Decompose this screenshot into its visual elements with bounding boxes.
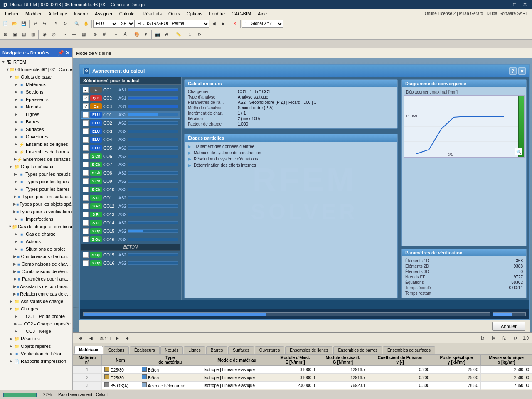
selection-item-7[interactable]: ELUCO5AS2: [81, 144, 180, 152]
menu-resultats[interactable]: Résultats: [139, 10, 165, 17]
nav-pin-btn[interactable]: 📌: [58, 50, 64, 56]
calc-btn[interactable]: ✕: [230, 19, 239, 28]
dialog-title-buttons[interactable]: ? ✕: [509, 67, 526, 75]
selection-item-3[interactable]: ELUCO1AS2: [81, 111, 180, 119]
nav-materiaux[interactable]: ▶ ■ Matériaux: [0, 81, 72, 88]
screenshot-btn[interactable]: 📷: [153, 30, 162, 39]
next-btn[interactable]: ▶: [219, 19, 228, 28]
save-btn[interactable]: 💾: [19, 19, 28, 28]
grid-btn[interactable]: #: [100, 30, 109, 39]
nav-types-verif[interactable]: ▶ ■ Types pour la vérification d...: [0, 208, 72, 215]
zoom-btn[interactable]: 🔍: [72, 19, 81, 28]
node-btn[interactable]: •: [61, 30, 70, 39]
render-btn[interactable]: ◉: [40, 30, 49, 39]
nav-assistants-comb[interactable]: ▶ ■ Assistants de combinai...: [0, 283, 72, 290]
undo-btn[interactable]: ↩: [31, 19, 40, 28]
selection-item-1[interactable]: ✓Q|BCC2AS1: [81, 94, 180, 102]
nav-lignes[interactable]: ▶ — Lignes: [0, 111, 72, 118]
nav-surfaces[interactable]: ▶ ■ Surfaces: [0, 126, 72, 133]
nav-cas-de-charge[interactable]: ▶ ■ Cas de charge: [0, 230, 72, 238]
nav-ens-lignes[interactable]: ▶ ⚡ Ensembles de lignes: [0, 140, 72, 148]
selection-item-8[interactable]: S ChCO6AS2: [81, 152, 180, 160]
nav-ens-barres[interactable]: ▶ ⚡ Ensembles de barres: [0, 148, 72, 155]
menu-calculer[interactable]: Calculer: [116, 10, 139, 17]
nav-cc2[interactable]: ▶ — CC2 - Charge imposée: [0, 320, 72, 328]
window-controls[interactable]: — □ ✕: [500, 2, 529, 7]
nav-cas-charge[interactable]: ▼ 📁 Cas de charge et combinai...: [0, 223, 72, 230]
open-btn[interactable]: 📂: [10, 19, 19, 28]
redo-btn[interactable]: ↪: [40, 19, 49, 28]
nav-cc3[interactable]: ▶ — CC3 - Neige: [0, 328, 72, 335]
settings-btn[interactable]: ⚙: [195, 30, 204, 39]
nav-actions[interactable]: ▶ ■ Actions: [0, 238, 72, 245]
nav-params-analyse[interactable]: ▶ ■ Paramètres pour l'ana...: [0, 275, 72, 283]
page-last-btn[interactable]: ⏭: [123, 334, 132, 343]
table-row[interactable]: 3 B500S(A) Acier de béton armé Isotrope …: [73, 382, 532, 389]
nav-objets-speciaux[interactable]: ▶ 📁 Objets spéciaux: [0, 163, 72, 170]
bar-btn[interactable]: —: [70, 30, 79, 39]
selection-item-5[interactable]: ELUCO3AS2: [81, 127, 180, 135]
tab-ens-surfaces[interactable]: Ensembles de surfaces: [383, 346, 435, 354]
menu-options[interactable]: Options: [183, 10, 206, 17]
select-btn[interactable]: ↖: [52, 19, 61, 28]
formula-icon[interactable]: fx: [478, 334, 487, 343]
nav-project[interactable]: ▼ 📁 06 Immeuble.rf6* | 02 - Concrete Des…: [0, 66, 72, 73]
tab-surfaces[interactable]: Surfaces: [228, 346, 254, 354]
selection-item-17[interactable]: S OpCO15AS2: [81, 227, 180, 235]
selection-list[interactable]: ✓GCC1AS1✓Q|BCC2AS1✓QsCC3AS1ELUCO1AS2ELUC…: [80, 85, 181, 300]
menu-aide[interactable]: Aide: [254, 10, 270, 17]
nav-types-surfaces[interactable]: ▶ ■ Types pour les surfaces: [0, 193, 72, 200]
nav-types-noeuds[interactable]: ▶ ■ Types pour les nœuds: [0, 170, 72, 178]
minimize-btn[interactable]: —: [500, 2, 508, 7]
page-first-btn[interactable]: ⏮: [76, 334, 85, 343]
nav-barres[interactable]: ▶ ■ Barres: [0, 118, 72, 126]
snap-btn[interactable]: ⊕: [91, 30, 100, 39]
pan-btn[interactable]: ✋: [81, 19, 91, 28]
tab-sections[interactable]: Sections: [104, 346, 129, 354]
nav-combinaisons-charge[interactable]: ▶ ■ Combinaisons de char...: [0, 260, 72, 268]
color-btn[interactable]: 🎨: [132, 30, 141, 39]
nav-resultats[interactable]: ▶ 📁 Résultats: [0, 335, 72, 342]
rotate-btn[interactable]: ↻: [61, 19, 70, 28]
selection-item-0[interactable]: ✓GCC1AS1: [81, 86, 180, 94]
nav-combinaisons-action[interactable]: ▶ ■ Combinaisons d'action...: [0, 253, 72, 260]
nav-cc1[interactable]: ▶ — CC1 - Poids propre: [0, 313, 72, 320]
page-next-btn[interactable]: ▶: [113, 334, 122, 343]
nav-rapports[interactable]: ▶ 📄 Rapports d'impression: [0, 357, 72, 365]
view-top-btn[interactable]: ▥: [28, 30, 37, 39]
menu-affichage[interactable]: Affichage: [45, 10, 71, 17]
table-settings-btn[interactable]: ⚙: [510, 334, 520, 343]
selection-item-10[interactable]: S ChCO8AS2: [81, 169, 180, 177]
selection-item-6[interactable]: ELUCO4AS2: [81, 135, 180, 144]
menu-fichier[interactable]: Fichier: [2, 10, 22, 17]
nav-sections[interactable]: ▶ ■ Sections: [0, 88, 72, 96]
nav-close-btn[interactable]: ✕: [66, 50, 70, 56]
selection-item-18[interactable]: S OpCO16AS2: [81, 235, 180, 244]
selection-item-11[interactable]: S ChCO9AS2: [81, 177, 180, 185]
nav-header-buttons[interactable]: 📌 ✕: [58, 50, 70, 56]
view-combo[interactable]: 1 - Global XYZ: [242, 20, 283, 28]
selection-item-4[interactable]: ELUCO2AS2: [81, 119, 180, 127]
tab-ens-lignes[interactable]: Ensembles de lignes: [285, 346, 332, 354]
dialog-help-btn[interactable]: ?: [509, 67, 517, 75]
dialog-close-btn[interactable]: ✕: [518, 67, 526, 75]
selection-item-16[interactable]: S FrCO14AS2: [81, 219, 180, 227]
label-btn[interactable]: A: [121, 30, 130, 39]
new-btn[interactable]: 📄: [1, 19, 10, 28]
sp-combo[interactable]: SP1: [118, 20, 135, 28]
dim-btn[interactable]: ↔: [111, 30, 121, 39]
nav-ouvertures[interactable]: ▶ ■ Ouvertures: [0, 133, 72, 140]
tab-ens-barres[interactable]: Ensembles de barres: [333, 346, 382, 354]
nav-types-objets-speciaux[interactable]: ▶ ■ Types pour les objets spé...: [0, 200, 72, 208]
selection-item-9[interactable]: S ChCO7AS2: [81, 160, 180, 169]
tab-barres[interactable]: Barres: [206, 346, 227, 354]
nav-root-rfem[interactable]: ▼ 🏗 RFEM: [0, 58, 72, 66]
nav-types-lignes[interactable]: ▶ ■ Types pour les lignes: [0, 178, 72, 185]
nav-objets-reperes[interactable]: ▶ 📁 Objets repères: [0, 342, 72, 350]
tab-materiaux[interactable]: Matériaux: [74, 346, 103, 354]
formula2-icon[interactable]: fy: [489, 334, 498, 343]
case-combo[interactable]: ELU (STR/GEO) - Perma...: [135, 20, 209, 28]
tab-lignes[interactable]: Lignes: [184, 346, 205, 354]
nav-assistants-charge[interactable]: ▶ 📁 Assistants de charge: [0, 298, 72, 305]
selection-item-12[interactable]: S ChCO10AS2: [81, 185, 180, 194]
